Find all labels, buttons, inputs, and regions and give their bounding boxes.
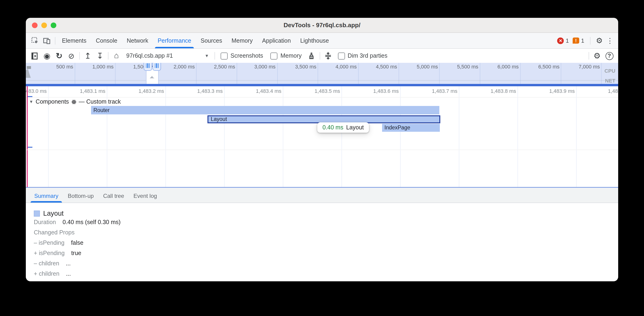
- zoom-window-button[interactable]: [51, 22, 56, 28]
- memory-label: Memory: [280, 52, 302, 59]
- overview-selection-window[interactable]: [144, 63, 160, 84]
- tab-summary[interactable]: Summary: [30, 189, 63, 203]
- panel-split-divider[interactable]: [26, 187, 618, 189]
- overview-tick: 4,500 ms: [357, 64, 397, 69]
- divider: [214, 52, 215, 59]
- tab-performance[interactable]: Performance: [153, 33, 196, 48]
- tab-elements[interactable]: Elements: [57, 33, 91, 48]
- tab-bottom-up[interactable]: Bottom-up: [63, 189, 98, 203]
- tab-memory[interactable]: Memory: [227, 33, 258, 48]
- tab-sources[interactable]: Sources: [196, 33, 227, 48]
- record-icon[interactable]: ◉: [41, 50, 53, 62]
- ignore-listing-align-icon[interactable]: [322, 50, 334, 62]
- summary-row: – children ...: [34, 260, 618, 271]
- summary-row-value: ...: [66, 260, 71, 267]
- ruler-tick: 1,483.5 ms: [296, 88, 340, 94]
- screenshots-label: Screenshots: [230, 52, 263, 59]
- devtools-window: DevTools - 97r6ql.csb.app/ Elements Cons…: [26, 18, 618, 281]
- summary-row-label: Duration: [34, 219, 56, 226]
- toggle-sidebar-icon[interactable]: [29, 50, 41, 62]
- selection-left-handle[interactable]: [144, 63, 152, 71]
- issue-icon: !: [573, 37, 579, 44]
- capture-settings-gear-icon[interactable]: ⚙: [591, 50, 603, 62]
- chevron-down-icon: ▼: [205, 53, 209, 58]
- ruler-tick: 1,483.3 ms: [178, 88, 223, 94]
- overview-tick: 500 ms: [33, 64, 73, 69]
- flame-bar-layout[interactable]: Layout: [208, 115, 440, 123]
- close-window-button[interactable]: [32, 22, 38, 28]
- inspect-element-icon[interactable]: [29, 33, 41, 48]
- record-and-reload-icon[interactable]: ↻: [53, 50, 65, 62]
- overview-tick: 4,000 ms: [316, 64, 357, 69]
- detail-ruler: 1,483.0 ms 1,483.1 ms 1,483.2 ms 1,483.3…: [26, 86, 618, 97]
- track-suffix: — Custom track: [79, 98, 121, 105]
- save-profile-icon[interactable]: ↧: [94, 50, 106, 62]
- cpu-lane-label: CPU: [604, 68, 615, 74]
- summary-row-label: Changed Props: [34, 229, 75, 236]
- macos-titlebar[interactable]: DevTools - 97r6ql.csb.app/: [26, 18, 618, 33]
- summary-row: + isPending true: [34, 250, 618, 260]
- summary-row-value: true: [71, 250, 81, 257]
- overview-tick: 6,000 ms: [478, 64, 519, 69]
- divider: [590, 37, 590, 44]
- summary-row-label: – children: [34, 260, 59, 267]
- overview-detail-divider: [26, 84, 618, 86]
- flame-bar-indexpage[interactable]: IndexPage: [382, 124, 440, 131]
- overview-tick: 2,500 ms: [195, 64, 235, 69]
- summary-row-label: + children: [34, 271, 60, 277]
- flame-bar-router[interactable]: Router: [91, 106, 439, 114]
- tab-network[interactable]: Network: [122, 33, 153, 48]
- overview-tick: 3,000 ms: [235, 64, 276, 69]
- summary-row: – isPending false: [34, 240, 618, 250]
- overview-tick: 7,000 ms: [560, 64, 600, 69]
- flame-chart-area[interactable]: 1,483.0 ms 1,483.1 ms 1,483.2 ms 1,483.3…: [26, 86, 618, 187]
- track-name: Components: [36, 98, 69, 105]
- ruler-tick: 1,483.0 ms: [26, 88, 47, 94]
- summary-row-value: false: [71, 240, 84, 246]
- memory-checkbox[interactable]: Memory: [270, 52, 302, 59]
- ruler-tick: 1,484.0 ms: [589, 88, 618, 94]
- minimize-window-button[interactable]: [41, 22, 47, 28]
- checkbox-box[interactable]: [338, 52, 345, 59]
- ruler-tick: 1,483.6 ms: [354, 88, 399, 94]
- more-options-kebab-icon[interactable]: ⋮: [606, 36, 614, 45]
- screenshots-checkbox[interactable]: Screenshots: [220, 52, 263, 59]
- overview-tick: 5,500 ms: [438, 64, 478, 69]
- clear-icon[interactable]: ⊘: [65, 50, 78, 62]
- atom-icon: [71, 99, 76, 104]
- toggle-device-toolbar-icon[interactable]: [41, 33, 53, 48]
- tab-application[interactable]: Application: [258, 33, 296, 48]
- divider: [55, 37, 56, 44]
- timeline-overview[interactable]: 500 ms 1,000 ms 1,500 ms 2,000 ms 2,500 …: [26, 63, 618, 84]
- target-selector-dropdown[interactable]: 97r6ql.csb.app #1 ▼: [122, 50, 213, 61]
- issues-badge[interactable]: ! 1: [573, 37, 584, 44]
- console-errors-badge[interactable]: ✕ 1: [558, 37, 569, 44]
- row-divider: [26, 150, 618, 150]
- settings-gear-icon[interactable]: ⚙: [596, 36, 603, 45]
- target-selector-value: 97r6ql.csb.app #1: [126, 52, 173, 59]
- overview-tick: 6,500 ms: [519, 64, 560, 69]
- live-metrics-home-icon[interactable]: ⌂: [110, 50, 122, 62]
- tab-event-log[interactable]: Event log: [129, 189, 162, 203]
- tab-console[interactable]: Console: [91, 33, 122, 48]
- help-icon[interactable]: ?: [603, 50, 615, 62]
- load-profile-icon[interactable]: ↥: [82, 50, 94, 62]
- tooltip-name: Layout: [346, 124, 364, 131]
- components-track-header[interactable]: ▼ Components — Custom track: [29, 98, 121, 105]
- selection-right-handle[interactable]: [152, 63, 161, 71]
- summary-row: Changed Props: [34, 229, 618, 240]
- event-color-swatch: [34, 210, 40, 216]
- window-title: DevTools - 97r6ql.csb.app/: [284, 21, 360, 28]
- summary-row-label: + isPending: [34, 250, 64, 257]
- checkbox-box[interactable]: [270, 52, 278, 59]
- collect-garbage-brush-icon[interactable]: [305, 50, 318, 62]
- summary-row-label: – isPending: [34, 240, 64, 246]
- tab-lighthouse[interactable]: Lighthouse: [296, 33, 334, 48]
- cpu-activity-sample: [27, 66, 31, 69]
- collapse-triangle-icon[interactable]: ▼: [29, 99, 33, 104]
- cpu-bump: [150, 76, 154, 78]
- dim-3rd-parties-checkbox[interactable]: Dim 3rd parties: [338, 52, 388, 59]
- net-lane-divider: [26, 80, 618, 81]
- tab-call-tree[interactable]: Call tree: [98, 189, 128, 203]
- checkbox-box[interactable]: [220, 52, 228, 59]
